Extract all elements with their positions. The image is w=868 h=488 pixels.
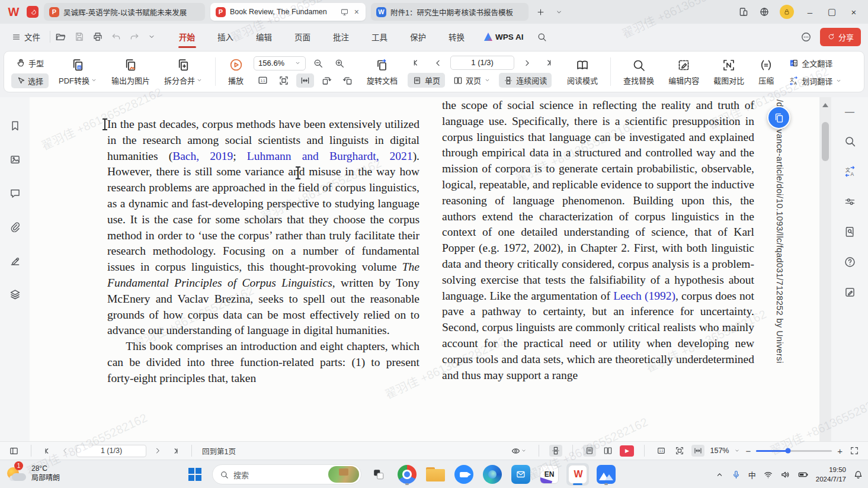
menu-tab-insert[interactable]: 插入 (207, 27, 244, 46)
tab-close-icon[interactable]: × (353, 7, 360, 17)
zoom-slider[interactable] (756, 450, 832, 452)
actual-size-icon[interactable] (655, 445, 668, 457)
menu-tab-page[interactable]: 页面 (284, 27, 321, 46)
menu-tab-convert[interactable]: 转换 (438, 27, 475, 46)
full-translate-button[interactable]: A文 全文翻译 (784, 56, 847, 70)
double-page-button[interactable]: 双页 (449, 73, 495, 88)
citation-link[interactable]: Luhmann and Burghardt, 2021 (247, 150, 413, 162)
tab-pdf-active[interactable]: P Book Review, The Fundamen × (210, 3, 366, 21)
taskbar-app-chrome[interactable] (396, 463, 418, 486)
new-tab-button[interactable] (534, 8, 547, 17)
signature-icon[interactable] (9, 255, 21, 267)
edit-content-button[interactable]: 编辑内容 (664, 57, 703, 87)
convert-float-button[interactable] (767, 106, 790, 129)
last-page-button[interactable] (539, 56, 557, 70)
quickbar-chevron-icon[interactable] (148, 33, 156, 41)
continuous-read-button[interactable]: 连续阅读 (499, 73, 552, 88)
word-translate-button[interactable]: 划词翻译 (784, 73, 847, 88)
help-icon[interactable] (844, 256, 856, 268)
continuous-read-icon[interactable] (549, 445, 562, 457)
bookmark-icon[interactable] (9, 120, 21, 132)
fit-page-icon[interactable] (673, 445, 686, 457)
menu-tab-home[interactable]: 开始 (169, 27, 205, 46)
zoom-in-button[interactable] (331, 56, 348, 70)
citation-link[interactable]: Bach, 2019 (172, 150, 233, 162)
undo-icon[interactable] (111, 31, 121, 42)
tab-presentation[interactable]: P 吴诚辉-英语学院-以读书赋能未来发展 (44, 3, 205, 21)
layers-icon[interactable] (9, 288, 21, 301)
taskbar-app-ime-en[interactable]: EN (538, 463, 560, 486)
microphone-icon[interactable] (731, 470, 741, 480)
prev-page-button[interactable] (429, 56, 447, 70)
export-image-button[interactable]: 输出为图片 (107, 56, 154, 87)
thumbnail-icon[interactable] (9, 153, 21, 166)
citation-link[interactable]: Leech (1992) (613, 290, 675, 302)
search-icon[interactable] (844, 135, 856, 147)
chevron-down-icon[interactable] (734, 448, 740, 454)
last-page-button[interactable] (169, 445, 181, 457)
select-tool-button[interactable]: 选择 (11, 73, 49, 88)
rotate-left-button[interactable] (318, 73, 335, 88)
rotate-doc-button[interactable]: 旋转文档 (363, 57, 402, 87)
notification-bell-icon[interactable] (853, 470, 863, 480)
volume-icon[interactable] (780, 470, 790, 480)
zoom-slider-knob[interactable] (785, 448, 790, 454)
user-avatar[interactable] (780, 5, 794, 19)
taskbar-app-wps[interactable]: W (566, 463, 589, 486)
play-button[interactable]: 播放 (224, 56, 248, 87)
share-button[interactable]: 分享 (820, 28, 861, 46)
comment-icon[interactable] (9, 187, 21, 200)
zoom-minus-button[interactable]: − (745, 446, 751, 456)
taskbar-app-zoom[interactable] (453, 463, 475, 486)
wps-logo[interactable]: W (5, 5, 21, 19)
scrollbar-thumb[interactable] (822, 122, 829, 161)
ime-chinese-indicator[interactable]: 中 (748, 469, 756, 480)
pdf-convert-button[interactable]: W PDF转换 (55, 56, 101, 87)
next-page-button[interactable] (152, 445, 164, 456)
menu-tab-edit[interactable]: 编辑 (246, 27, 282, 46)
menu-tab-annotate[interactable]: 批注 (323, 27, 359, 46)
page-number-input[interactable]: 1 (1/3) (450, 56, 514, 70)
redo-icon[interactable] (129, 31, 140, 42)
scroll-up-arrow[interactable] (822, 103, 828, 107)
next-page-button[interactable] (518, 56, 536, 70)
find-replace-button[interactable]: 查找替换 (619, 57, 658, 87)
zoom-combo[interactable]: 156.6% (254, 56, 306, 70)
fit-width-button[interactable] (296, 73, 314, 88)
first-page-button[interactable] (408, 56, 425, 70)
screenshot-compare-button[interactable]: 截图对比 (709, 57, 748, 87)
menu-tab-wps-ai[interactable]: WPS AI (477, 29, 531, 45)
taskbar-search[interactable]: 搜索 (212, 464, 361, 484)
taskbar-app-edge[interactable] (481, 463, 504, 486)
taskbar-app-mail[interactable] (510, 463, 532, 486)
weather-widget[interactable]: 1 28°C 局部晴朗 (6, 463, 60, 484)
play-slideshow-button[interactable]: ▶ (620, 445, 634, 457)
close-button[interactable]: × (848, 7, 860, 17)
rotate-right-button[interactable] (339, 73, 357, 88)
compress-button[interactable]: 压缩 (754, 57, 778, 87)
single-page-icon[interactable] (583, 445, 596, 457)
fullscreen-icon[interactable] (848, 445, 861, 457)
fit-page-button[interactable] (275, 73, 293, 88)
menu-tab-protect[interactable]: 保护 (400, 27, 436, 46)
docer-icon[interactable] (27, 6, 39, 18)
translate-icon[interactable] (844, 165, 856, 178)
hand-tool-button[interactable]: 手型 (11, 56, 49, 70)
collapse-icon[interactable]: — (845, 107, 854, 117)
minimize-button[interactable]: – (804, 7, 816, 17)
fit-width-icon[interactable] (691, 445, 704, 457)
taskbar-app-mountain[interactable] (595, 463, 617, 486)
task-view-button[interactable] (367, 463, 390, 486)
zoom-out-button[interactable] (309, 56, 327, 70)
dictionary-icon[interactable] (844, 226, 856, 238)
battery-icon[interactable] (797, 469, 809, 480)
preferences-icon[interactable] (844, 195, 856, 208)
page-number-input[interactable]: 1 (1/3) (76, 445, 146, 457)
menu-tab-tools[interactable]: 工具 (361, 27, 398, 46)
back-to-first-button[interactable]: 回到第1页 (202, 445, 236, 457)
prev-page-button[interactable] (59, 445, 71, 456)
split-merge-button[interactable]: 拆分合并 (160, 56, 207, 87)
menu-search-icon[interactable] (537, 32, 547, 42)
clock-widget[interactable]: 19:50 2024/7/17 (816, 465, 846, 484)
hidden-icons-chevron[interactable] (715, 470, 724, 479)
